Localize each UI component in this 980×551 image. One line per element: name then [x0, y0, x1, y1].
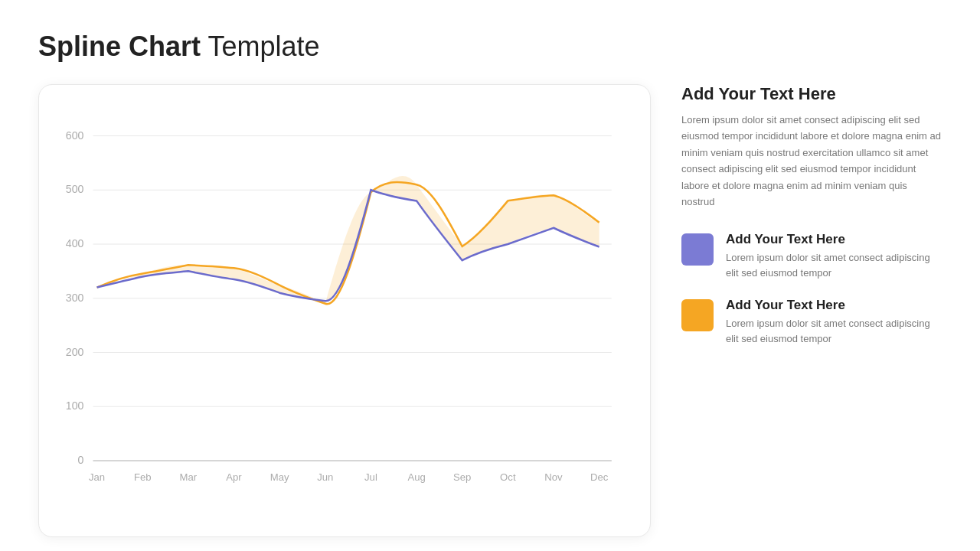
- chart-card: 600 500 400 300 200 100 0 Jan Feb Ma: [38, 84, 651, 537]
- orange-legend-title: Add Your Text Here: [726, 298, 942, 313]
- svg-text:Nov: Nov: [544, 471, 563, 483]
- svg-text:May: May: [270, 471, 289, 483]
- svg-text:Jan: Jan: [89, 471, 105, 483]
- main-text-title: Add Your Text Here: [681, 84, 942, 104]
- svg-text:0: 0: [78, 454, 84, 466]
- svg-text:500: 500: [66, 183, 84, 195]
- orange-text-block: Add Your Text Here Lorem ipsum dolor sit…: [726, 298, 942, 347]
- spline-chart: 600 500 400 300 200 100 0 Jan Feb Ma: [54, 100, 627, 514]
- purple-legend-title: Add Your Text Here: [726, 232, 942, 247]
- svg-text:Mar: Mar: [180, 471, 198, 483]
- svg-text:Feb: Feb: [134, 471, 152, 483]
- svg-text:Aug: Aug: [407, 471, 425, 483]
- svg-text:100: 100: [66, 399, 84, 412]
- purple-legend-body: Lorem ipsum dolor sit amet consect adipi…: [726, 250, 942, 281]
- content-area: 600 500 400 300 200 100 0 Jan Feb Ma: [38, 84, 942, 537]
- purple-color-box: [681, 233, 714, 266]
- svg-text:Sep: Sep: [453, 471, 471, 483]
- svg-text:200: 200: [66, 346, 84, 358]
- svg-text:400: 400: [66, 237, 84, 249]
- main-text-block: Add Your Text Here Lorem ipsum dolor sit…: [681, 84, 942, 210]
- right-panel: Add Your Text Here Lorem ipsum dolor sit…: [681, 84, 942, 537]
- legend-item-purple: Add Your Text Here Lorem ipsum dolor sit…: [681, 232, 942, 281]
- main-text-body: Lorem ipsum dolor sit amet consect adipi…: [681, 112, 942, 210]
- svg-text:Dec: Dec: [590, 471, 609, 483]
- svg-text:600: 600: [66, 129, 84, 142]
- svg-text:Jun: Jun: [317, 471, 333, 483]
- page-title: Spline Chart Template: [38, 31, 942, 63]
- purple-text-block: Add Your Text Here Lorem ipsum dolor sit…: [726, 232, 942, 281]
- svg-text:Oct: Oct: [500, 471, 516, 483]
- chart-container: 600 500 400 300 200 100 0 Jan Feb Ma: [54, 100, 627, 514]
- legend-item-orange: Add Your Text Here Lorem ipsum dolor sit…: [681, 298, 942, 347]
- svg-text:Apr: Apr: [226, 471, 242, 483]
- orange-color-box: [681, 299, 714, 331]
- svg-text:Jul: Jul: [364, 471, 377, 483]
- orange-legend-body: Lorem ipsum dolor sit amet consect adipi…: [726, 316, 942, 347]
- svg-text:300: 300: [66, 292, 84, 304]
